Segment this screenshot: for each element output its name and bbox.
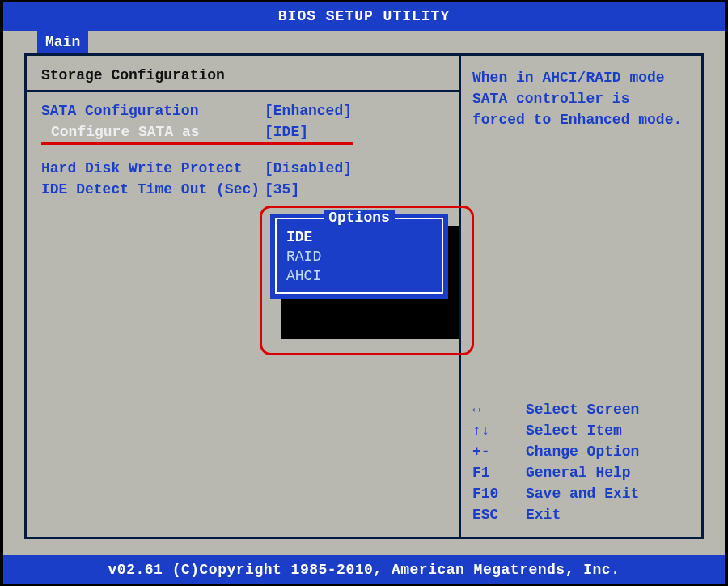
popup-shadow [281, 226, 459, 339]
hint-desc: General Help [526, 462, 631, 483]
key-hints: ↔ Select Screen ↑↓ Select Item +- Change… [472, 399, 690, 525]
setting-label: Configure SATA as [41, 121, 265, 142]
tab-bar: Main [3, 31, 725, 53]
highlighted-setting-group: SATA Configuration [Enhanced] Configure … [41, 100, 353, 145]
hint-select-screen: ↔ Select Screen [472, 399, 690, 420]
footer-text: v02.61 (C)Copyright 1985-2010, American … [108, 562, 620, 578]
hint-select-item: ↑↓ Select Item [472, 420, 690, 441]
setting-label: IDE Detect Time Out (Sec) [41, 179, 265, 200]
hint-key: ↔ [472, 399, 526, 420]
popup-option-ide[interactable]: IDE [286, 227, 432, 247]
setting-ide-detect-timeout[interactable]: IDE Detect Time Out (Sec) [35] [41, 179, 446, 200]
popup-option-ahci[interactable]: AHCI [286, 266, 432, 286]
hint-save-exit: F10 Save and Exit [472, 483, 690, 504]
hint-desc: Select Screen [526, 399, 639, 420]
footer-bar: v02.61 (C)Copyright 1985-2010, American … [3, 555, 725, 584]
section-divider [27, 90, 459, 92]
help-text: When in AHCI/RAID mode SATA controller i… [472, 67, 690, 130]
hint-exit: ESC Exit [472, 504, 690, 525]
setting-configure-sata-as[interactable]: Configure SATA as [IDE] [41, 121, 353, 142]
setting-sata-configuration[interactable]: SATA Configuration [Enhanced] [41, 100, 353, 121]
popup-option-raid[interactable]: RAID [286, 247, 432, 266]
hint-desc: Exit [526, 504, 561, 525]
hint-key: F10 [472, 483, 526, 504]
app-title: BIOS SETUP UTILITY [278, 8, 450, 24]
title-bar: BIOS SETUP UTILITY [3, 2, 725, 31]
setting-label: Hard Disk Write Protect [41, 158, 265, 179]
options-popup: Options IDE RAID AHCI [270, 214, 448, 299]
bios-body: Storage Configuration SATA Configuration… [24, 53, 704, 539]
setting-label: SATA Configuration [41, 100, 265, 121]
hint-key: +- [472, 441, 526, 462]
help-pane: When in AHCI/RAID mode SATA controller i… [459, 56, 701, 537]
section-title: Storage Configuration [41, 67, 446, 83]
hint-desc: Change Option [526, 441, 639, 462]
hint-key: ESC [472, 504, 526, 525]
hint-desc: Select Item [526, 420, 622, 441]
setting-value: [IDE] [265, 121, 308, 142]
hint-key: ↑↓ [472, 420, 526, 441]
tab-main[interactable]: Main [37, 31, 88, 53]
popup-highlight-box: Options IDE RAID AHCI [260, 206, 474, 355]
hint-desc: Save and Exit [526, 483, 639, 504]
setting-value: [Enhanced] [265, 100, 352, 121]
setting-value: [35] [265, 179, 299, 200]
setting-hd-write-protect[interactable]: Hard Disk Write Protect [Disabled] [41, 158, 446, 179]
setting-value: [Disabled] [265, 158, 352, 179]
hint-key: F1 [472, 462, 526, 483]
hint-change-option: +- Change Option [472, 441, 690, 462]
popup-title: Options [277, 210, 442, 226]
settings-pane: Storage Configuration SATA Configuration… [27, 56, 459, 537]
hint-general-help: F1 General Help [472, 462, 690, 483]
